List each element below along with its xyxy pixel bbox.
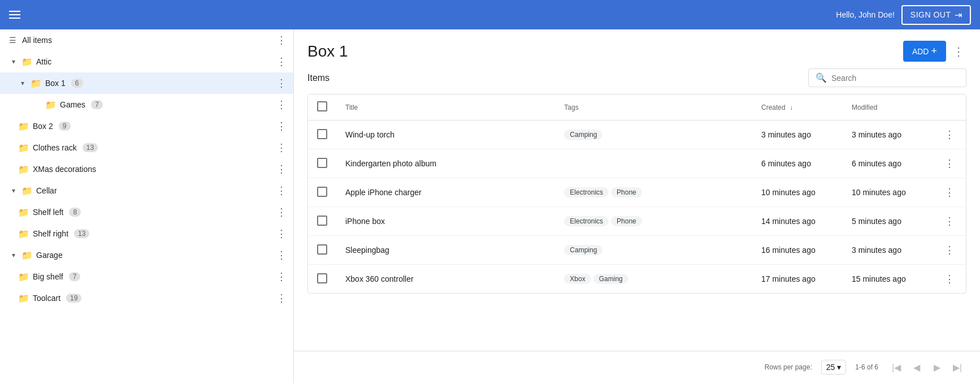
more-icon[interactable]: ⋮: [274, 54, 289, 69]
sidebar-item-big-shelf[interactable]: 📁 Big shelf 7 ⋮: [0, 266, 293, 287]
more-icon[interactable]: ⋮: [274, 226, 289, 241]
sidebar-item-box1[interactable]: ▾ 📁 Box 1 6 ⋮: [0, 72, 293, 94]
row-more-icon[interactable]: ⋮: [942, 243, 957, 257]
sidebar-item-shelf-right[interactable]: 📁 Shelf right 13 ⋮: [0, 223, 293, 244]
table-row: Kindergarten photo album 6 minutes ago 6…: [308, 149, 966, 178]
col-header-tags[interactable]: Tags: [555, 94, 752, 121]
item-badge: 9: [59, 122, 71, 131]
sidebar-item-box2[interactable]: 📁 Box 2 9 ⋮: [0, 115, 293, 137]
col-header-check: [308, 94, 336, 121]
row-actions: ⋮: [933, 149, 966, 178]
row-more-icon[interactable]: ⋮: [942, 127, 957, 142]
more-icon[interactable]: ⋮: [274, 183, 289, 198]
row-title: Kindergarten photo album: [336, 149, 555, 178]
sidebar-item-shelf-left[interactable]: 📁 Shelf left 8 ⋮: [0, 201, 293, 223]
item-badge: 13: [83, 143, 98, 152]
more-icon[interactable]: ⋮: [274, 76, 289, 91]
row-checkbox[interactable]: [317, 273, 327, 283]
row-checkbox[interactable]: [317, 216, 327, 226]
tag-badge: Phone: [611, 187, 642, 197]
row-more-icon[interactable]: ⋮: [942, 214, 957, 229]
row-more-icon[interactable]: ⋮: [942, 156, 957, 171]
col-header-title[interactable]: Title: [336, 94, 555, 121]
chevron-down-icon: ▾: [18, 79, 27, 88]
more-icon[interactable]: ⋮: [274, 140, 289, 155]
item-label: XMas decorations: [33, 165, 96, 174]
more-icon[interactable]: ⋮: [274, 97, 289, 112]
more-icon[interactable]: ⋮: [274, 248, 289, 262]
folder-icon: 📁: [21, 250, 33, 261]
item-label: Toolcart: [33, 294, 60, 303]
row-more-icon[interactable]: ⋮: [942, 272, 957, 286]
more-options-icon[interactable]: ⋮: [951, 44, 966, 59]
more-icon[interactable]: ⋮: [274, 33, 289, 48]
row-check-cell: [308, 149, 336, 178]
tag-badge: Phone: [611, 216, 642, 226]
col-header-modified[interactable]: Modified: [843, 94, 933, 121]
row-created: 10 minutes ago: [752, 178, 843, 207]
sort-icon: ↓: [790, 104, 793, 111]
next-page-button[interactable]: ▶: [928, 358, 946, 376]
sidebar-section-garage[interactable]: ▾ 📁 Garage ⋮: [0, 244, 293, 266]
col-header-actions: [933, 94, 966, 121]
row-modified: 6 minutes ago: [843, 149, 933, 178]
row-checkbox[interactable]: [317, 158, 327, 168]
first-page-button[interactable]: |◀: [887, 358, 905, 376]
last-page-button[interactable]: ▶|: [948, 358, 966, 376]
folder-icon: 📁: [18, 229, 29, 239]
chevron-down-icon: ▾: [9, 186, 18, 195]
topbar-right: Hello, John Doe! SIGN OUT ⇥: [836, 5, 971, 25]
sidebar-section-attic[interactable]: ▾ 📁 Attic ⋮: [0, 51, 293, 72]
item-badge: 7: [69, 272, 81, 281]
item-label: Shelf left: [33, 208, 63, 217]
item-badge: 7: [91, 100, 103, 109]
folder-icon: 📁: [31, 78, 42, 89]
search-box[interactable]: 🔍: [808, 68, 966, 87]
row-check-cell: [308, 207, 336, 236]
sidebar-item-toolcart[interactable]: 📁 Toolcart 19 ⋮: [0, 287, 293, 309]
page-info: 1-6 of 6: [855, 363, 878, 371]
page-title: Box 1: [307, 42, 348, 61]
main-layout: ☰ All items ⋮ ▾ 📁 Attic ⋮ ▾ 📁 Box 1 6 ⋮: [0, 29, 980, 383]
sidebar-item-label: All items: [22, 36, 52, 45]
hamburger-menu[interactable]: [9, 11, 20, 19]
sidebar-item-games[interactable]: 📁 Games 7 ⋮: [0, 94, 293, 115]
folder-icon: 📁: [18, 121, 29, 132]
row-more-icon[interactable]: ⋮: [942, 185, 957, 200]
table-row: Wind-up torch Camping 3 minutes ago 3 mi…: [308, 121, 966, 149]
add-button[interactable]: ADD +: [903, 41, 946, 62]
row-title: Wind-up torch: [336, 121, 555, 149]
sidebar-section-cellar[interactable]: ▾ 📁 Cellar ⋮: [0, 180, 293, 201]
sidebar-item-all-items[interactable]: ☰ All items ⋮: [0, 29, 293, 51]
prev-page-button[interactable]: ◀: [908, 358, 926, 376]
select-all-checkbox[interactable]: [317, 101, 327, 111]
table-row: iPhone box ElectronicsPhone 14 minutes a…: [308, 207, 966, 236]
row-title: iPhone box: [336, 207, 555, 236]
search-icon: 🔍: [816, 72, 827, 83]
more-icon[interactable]: ⋮: [274, 291, 289, 305]
row-created: 14 minutes ago: [752, 207, 843, 236]
content-area: Box 1 ADD + ⋮ Items 🔍: [294, 29, 980, 383]
row-title: Xbox 360 controller: [336, 265, 555, 294]
sidebar-item-xmas[interactable]: 📁 XMas decorations ⋮: [0, 158, 293, 180]
sidebar-item-clothes-rack[interactable]: 📁 Clothes rack 13 ⋮: [0, 137, 293, 158]
row-checkbox[interactable]: [317, 129, 327, 139]
signout-button[interactable]: SIGN OUT ⇥: [901, 5, 971, 25]
tag-badge: Camping: [564, 245, 602, 255]
greeting-text: Hello, John Doe!: [836, 10, 895, 19]
search-input[interactable]: [831, 74, 959, 83]
row-tags: ElectronicsPhone: [555, 178, 752, 207]
item-label: Box 1: [45, 79, 66, 88]
table-toolbar: Items 🔍: [307, 68, 966, 87]
more-icon[interactable]: ⋮: [274, 205, 289, 220]
section-label: Cellar: [36, 186, 57, 195]
row-checkbox[interactable]: [317, 244, 327, 255]
row-checkbox[interactable]: [317, 187, 327, 197]
tag-badge: Xbox: [564, 274, 591, 284]
col-header-created[interactable]: Created ↓: [752, 94, 843, 121]
rows-per-page-select[interactable]: 25 ▾: [821, 360, 847, 375]
more-icon[interactable]: ⋮: [274, 119, 289, 134]
row-created: 16 minutes ago: [752, 236, 843, 265]
more-icon[interactable]: ⋮: [274, 269, 289, 284]
more-icon[interactable]: ⋮: [274, 162, 289, 177]
